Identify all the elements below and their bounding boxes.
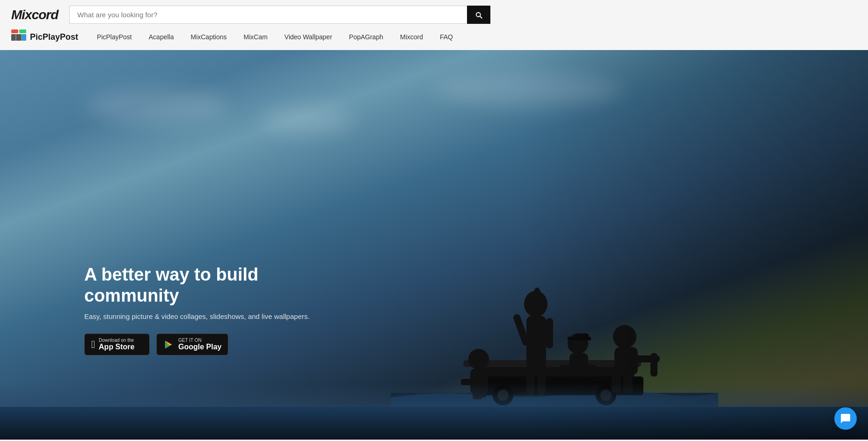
nav-link-mixcaptions[interactable]: MixCaptions bbox=[183, 30, 234, 43]
hero-title: A better way to build community bbox=[84, 264, 318, 307]
nav-bar: PicPlayPost PicPlayPost Acapella MixCapt… bbox=[0, 29, 868, 50]
picplaypost-logo-icon bbox=[11, 29, 26, 44]
nav-link-mixcam[interactable]: MixCam bbox=[236, 30, 275, 43]
cloud-decoration-1 bbox=[87, 87, 227, 125]
mixcord-logo-text: Mixcord bbox=[11, 7, 58, 22]
nav-link-mixcord[interactable]: Mixcord bbox=[393, 30, 430, 43]
google-play-button[interactable]: GET IT ON Google Play bbox=[156, 333, 228, 355]
nav-link-popagraph[interactable]: PopAGraph bbox=[342, 30, 391, 43]
store-buttons:  Download on the App Store GET IT ON bbox=[84, 333, 318, 355]
apple-icon:  bbox=[91, 340, 95, 350]
chat-icon bbox=[840, 413, 851, 424]
hero-content: A better way to build community Easy, st… bbox=[84, 264, 318, 355]
nav-link-picplaypost[interactable]: PicPlayPost bbox=[89, 30, 139, 43]
cloud-decoration-2 bbox=[261, 106, 354, 134]
hero-section: A better way to build community Easy, st… bbox=[0, 50, 868, 440]
app-store-text: Download on the App Store bbox=[99, 338, 134, 351]
nav-link-video-wallpaper[interactable]: Video Wallpaper bbox=[277, 30, 340, 43]
app-store-button[interactable]:  Download on the App Store bbox=[84, 333, 150, 355]
hero-overlay bbox=[521, 50, 868, 440]
google-play-icon bbox=[163, 339, 175, 350]
hero-subtitle: Easy, stunning picture & video collages,… bbox=[84, 312, 318, 320]
mixcord-logo[interactable]: Mixcord bbox=[11, 7, 58, 22]
search-input[interactable] bbox=[69, 6, 467, 24]
picplaypost-logo[interactable]: PicPlayPost bbox=[11, 29, 78, 44]
search-container bbox=[69, 6, 490, 24]
nav-link-faq[interactable]: FAQ bbox=[432, 30, 460, 43]
google-play-text: GET IT ON Google Play bbox=[178, 338, 221, 351]
header: Mixcord bbox=[0, 0, 868, 29]
search-button[interactable] bbox=[467, 6, 490, 24]
svg-point-8 bbox=[468, 349, 489, 369]
chat-support-button[interactable] bbox=[834, 407, 857, 430]
search-icon bbox=[474, 11, 483, 19]
picplaypost-logo-text: PicPlayPost bbox=[30, 32, 78, 42]
nav-link-acapella[interactable]: Acapella bbox=[141, 30, 182, 43]
